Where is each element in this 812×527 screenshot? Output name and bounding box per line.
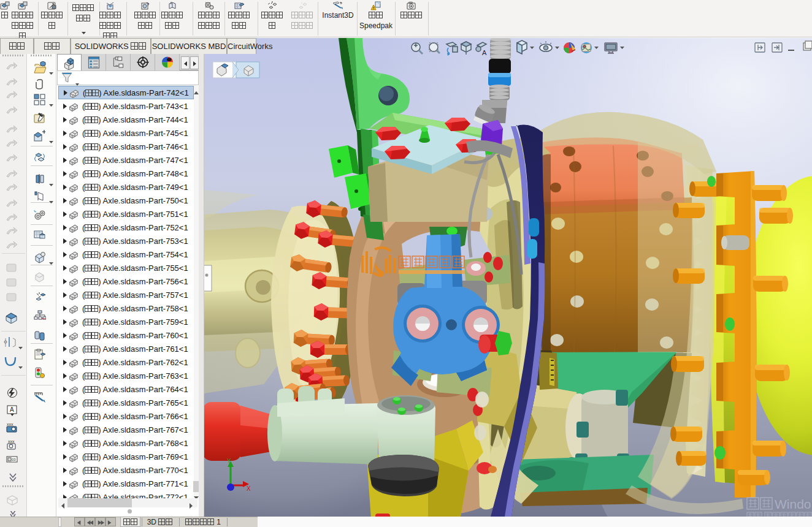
svg-text:A: A [10,406,14,413]
svg-text:Windo: Windo [775,497,811,511]
svg-text:A: A [482,49,487,56]
svg-text:Y: Y [227,458,231,464]
svg-text:X: X [247,485,251,492]
svg-text:xxx: xxx [7,422,13,427]
svg-text:03: 03 [12,458,16,461]
svg-text:xxx: xxx [8,439,15,444]
